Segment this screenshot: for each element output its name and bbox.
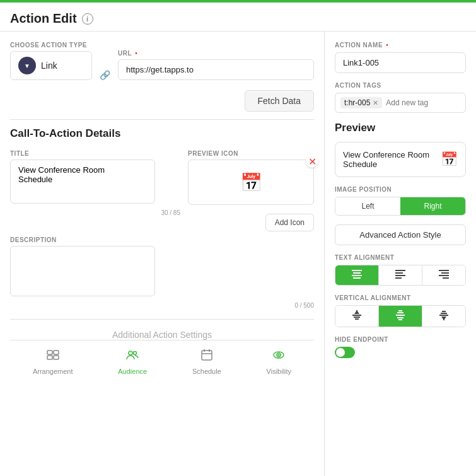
right-panel: ACTION NAME • ACTION TAGS t:hr-005 ✕ Pre…: [325, 32, 476, 476]
svg-rect-12: [352, 275, 362, 276]
link-chain-icon: 🔗: [100, 70, 110, 80]
image-position-right[interactable]: Right: [400, 197, 465, 215]
action-type-selector[interactable]: ▼ Link: [10, 51, 92, 80]
svg-rect-0: [47, 351, 52, 354]
svg-rect-27: [396, 315, 405, 316]
action-tags-label: ACTION TAGS: [335, 82, 466, 89]
audience-label: Audience: [118, 368, 147, 375]
image-position-toggle: Left Right: [335, 197, 466, 216]
text-alignment-section: TEXT ALIGNMENT: [335, 254, 466, 286]
svg-rect-11: [353, 272, 361, 274]
svg-rect-19: [441, 272, 449, 274]
nav-item-audience[interactable]: Audience: [118, 348, 147, 375]
advanced-action-style-button[interactable]: Advanced Action Style: [335, 224, 466, 245]
image-position-label: IMAGE POSITION: [335, 186, 466, 193]
svg-rect-13: [353, 277, 361, 279]
add-icon-button[interactable]: Add Icon: [265, 214, 314, 231]
action-name-input[interactable]: [335, 52, 466, 73]
vertical-alignment-label: VERTICAL ALIGNMENT: [335, 294, 466, 301]
preview-icon-group: PREVIEW ICON 📅 ✕ Add Icon: [188, 150, 314, 231]
title-field-label: TITLE: [10, 150, 180, 157]
vert-align-top[interactable]: [335, 306, 379, 327]
svg-rect-24: [352, 315, 361, 316]
cta-section-title: Call-To-Action Details: [10, 127, 314, 140]
svg-rect-30: [397, 317, 403, 318]
title-textarea-wrapper: View Conference Room Schedule: [10, 160, 180, 206]
preview-card: View Conference Room Schedule 📅: [335, 142, 466, 177]
svg-rect-34: [439, 315, 448, 316]
url-input[interactable]: [118, 59, 314, 80]
hide-endpoint-toggle[interactable]: [335, 347, 355, 358]
action-type-value: Link: [41, 61, 84, 71]
cta-section: Call-To-Action Details TITLE View Confer…: [10, 127, 314, 309]
audience-icon: [125, 348, 139, 365]
schedule-icon: [200, 348, 214, 365]
svg-rect-3: [54, 356, 59, 359]
icon-picker[interactable]: 📅 ✕: [188, 160, 314, 205]
svg-rect-31: [398, 319, 402, 320]
svg-marker-23: [354, 310, 359, 314]
url-label: URL •: [118, 50, 314, 57]
hide-endpoint-label: HIDE ENDPOINT: [335, 336, 466, 343]
image-position-section: IMAGE POSITION Left Right: [335, 186, 466, 216]
svg-rect-17: [395, 277, 402, 279]
title-group: TITLE View Conference Room Schedule 30 /…: [10, 150, 180, 231]
svg-rect-25: [354, 316, 360, 318]
bottom-nav: Arrangement Audience Schedule: [10, 340, 314, 380]
svg-point-9: [278, 354, 280, 356]
vert-align-middle[interactable]: [379, 306, 422, 327]
hide-toggle-knob: [336, 348, 345, 357]
page-title: Action Edit: [10, 11, 77, 26]
svg-rect-20: [439, 275, 449, 276]
svg-rect-6: [202, 351, 212, 360]
svg-point-4: [129, 351, 132, 355]
text-align-right[interactable]: [422, 265, 465, 285]
svg-rect-26: [355, 318, 359, 320]
nav-item-schedule[interactable]: Schedule: [192, 348, 221, 375]
page-header: Action Edit i: [0, 3, 476, 32]
action-name-group: ACTION NAME •: [335, 42, 466, 73]
description-textarea[interactable]: [10, 246, 155, 296]
arrangement-icon: [46, 348, 60, 365]
section-divider-1: [10, 119, 314, 120]
hide-endpoint-section: HIDE ENDPOINT: [335, 336, 466, 358]
title-char-count: 30 / 85: [10, 209, 180, 216]
svg-rect-29: [398, 310, 402, 311]
url-required: •: [135, 50, 137, 57]
svg-rect-36: [442, 311, 446, 312]
action-type-url-row: CHOOSE ACTION TYPE ▼ Link 🔗 URL •: [10, 42, 314, 80]
text-alignment-group: [335, 265, 466, 286]
vertical-alignment-group: [335, 305, 466, 327]
visibility-icon: [272, 348, 286, 365]
svg-point-5: [134, 352, 137, 355]
image-position-left[interactable]: Left: [335, 197, 400, 215]
text-align-left[interactable]: [379, 265, 422, 285]
tag-remove-button[interactable]: ✕: [373, 99, 378, 107]
description-label: DESCRIPTION: [10, 236, 314, 243]
cta-top-row: TITLE View Conference Room Schedule 30 /…: [10, 150, 314, 231]
fetch-data-button[interactable]: Fetch Data: [245, 90, 314, 112]
text-align-center[interactable]: [335, 265, 379, 285]
preview-title: Preview: [335, 122, 466, 134]
preview-card-text: View Conference Room Schedule: [343, 150, 436, 169]
description-textarea-wrapper: [10, 246, 314, 298]
action-type-icon: ▼: [18, 57, 36, 74]
description-group: DESCRIPTION 0 / 500: [10, 236, 314, 309]
svg-rect-14: [395, 270, 405, 271]
svg-rect-15: [395, 272, 403, 274]
action-type-group: CHOOSE ACTION TYPE ▼ Link: [10, 42, 92, 80]
nav-item-visibility[interactable]: Visibility: [267, 348, 292, 375]
preview-cal-icon: 📅: [441, 151, 458, 168]
calendar-icon: 📅: [240, 172, 262, 193]
vert-align-bottom[interactable]: [422, 306, 465, 327]
tag-container[interactable]: t:hr-005 ✕: [335, 93, 466, 113]
svg-rect-28: [397, 312, 403, 313]
svg-rect-35: [441, 313, 447, 314]
tag-input[interactable]: [386, 98, 460, 107]
remove-icon-button[interactable]: ✕: [306, 155, 318, 168]
svg-rect-18: [439, 270, 449, 271]
title-textarea[interactable]: View Conference Room Schedule: [10, 160, 155, 204]
info-icon[interactable]: i: [82, 13, 93, 25]
svg-rect-1: [54, 351, 59, 354]
nav-item-arrangement[interactable]: Arrangement: [33, 348, 73, 375]
